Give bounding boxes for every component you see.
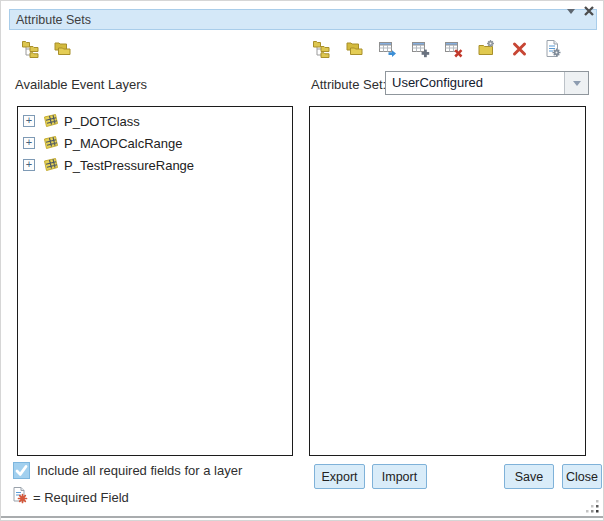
event-layer-icon xyxy=(42,135,60,151)
titlebar-caret-down-icon[interactable] xyxy=(567,9,575,14)
export-button[interactable]: Export xyxy=(314,464,365,489)
event-layer-icon xyxy=(42,113,60,129)
available-event-layers-label: Available Event Layers xyxy=(15,77,147,92)
checkmark-icon xyxy=(14,463,29,478)
required-field-document-icon xyxy=(11,486,29,508)
required-field-legend-text: = Required Field xyxy=(33,490,129,505)
expand-icon[interactable]: + xyxy=(23,137,35,149)
save-button[interactable]: Save xyxy=(504,464,554,489)
tree-item[interactable]: + P_MAOPCalcRange xyxy=(18,132,292,154)
new-attribute-set-tree-icon[interactable] xyxy=(21,39,40,58)
attribute-sets-dialog: Attribute Sets xyxy=(0,0,604,521)
event-layer-icon xyxy=(42,157,60,173)
tree-item-label: P_DOTClass xyxy=(64,114,140,129)
tree-item-label: P_MAOPCalcRange xyxy=(64,136,183,151)
required-field-legend: = Required Field xyxy=(11,486,129,508)
close-icon[interactable] xyxy=(582,4,596,18)
import-button[interactable]: Import xyxy=(372,464,427,489)
open-folders-icon[interactable] xyxy=(53,39,72,58)
attribute-set-label: Attribute Set: xyxy=(311,77,386,92)
left-toolbar xyxy=(21,39,72,58)
expand-icon[interactable]: + xyxy=(23,159,35,171)
add-table-icon[interactable] xyxy=(411,39,430,58)
expand-icon[interactable]: + xyxy=(23,115,35,127)
chevron-down-icon xyxy=(573,81,581,86)
include-required-fields-row: Include all required fields for a layer xyxy=(13,462,242,479)
resize-grip[interactable] xyxy=(585,499,601,515)
open-folder-gear-icon[interactable] xyxy=(477,39,496,58)
dialog-titlebar[interactable]: Attribute Sets xyxy=(9,9,597,30)
dialog-bottom-edge xyxy=(1,516,603,518)
dialog-title: Attribute Sets xyxy=(10,13,91,27)
delete-icon[interactable] xyxy=(510,39,529,58)
attribute-set-fields-panel xyxy=(309,106,586,456)
open-folders-icon[interactable] xyxy=(345,39,364,58)
new-attribute-set-tree-icon[interactable] xyxy=(312,39,331,58)
close-button[interactable]: Close xyxy=(562,464,602,489)
right-toolbar xyxy=(312,39,562,58)
tree-item[interactable]: + P_TestPressureRange xyxy=(18,154,292,176)
remove-table-icon[interactable] xyxy=(444,39,463,58)
attribute-set-value[interactable]: UserConfigured xyxy=(386,72,564,94)
tree-item[interactable]: + P_DOTClass xyxy=(18,110,292,132)
attribute-set-dropdown-button[interactable] xyxy=(564,72,588,94)
export-table-icon[interactable] xyxy=(378,39,397,58)
available-event-layers-tree: + P_DOTClass + P_MAOPCalcRange + xyxy=(17,106,293,456)
attribute-set-combobox[interactable]: UserConfigured xyxy=(385,71,589,95)
tree-item-label: P_TestPressureRange xyxy=(64,158,194,173)
include-required-fields-checkbox[interactable] xyxy=(13,462,30,479)
document-properties-icon[interactable] xyxy=(543,39,562,58)
include-required-fields-label: Include all required fields for a layer xyxy=(37,463,242,478)
